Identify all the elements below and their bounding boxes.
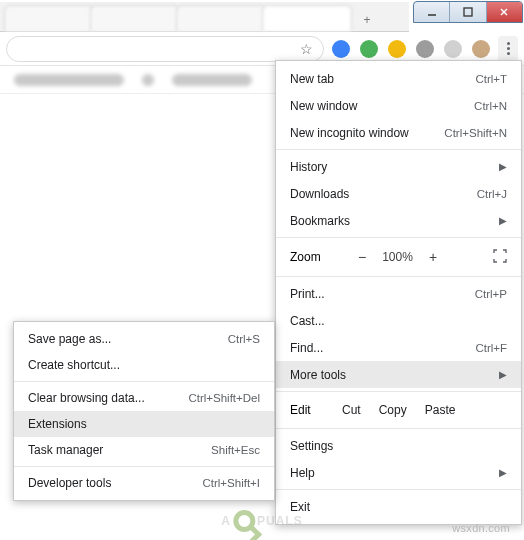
menu-more-tools[interactable]: More tools▶ (276, 361, 521, 388)
shortcut-text: Ctrl+N (474, 100, 507, 112)
tab-strip: + (0, 2, 409, 32)
menu-settings[interactable]: Settings (276, 432, 521, 459)
menu-label: New incognito window (290, 126, 444, 140)
appuals-logo: A PUALS (221, 510, 302, 532)
menu-separator (276, 428, 521, 429)
fullscreen-icon[interactable] (493, 249, 507, 266)
submenu-developer-tools[interactable]: Developer toolsCtrl+Shift+I (14, 470, 274, 496)
submenu-arrow-icon: ▶ (499, 467, 507, 478)
watermark-text: wsxdn.com (452, 522, 510, 534)
menu-new-tab[interactable]: New tabCtrl+T (276, 65, 521, 92)
menu-downloads[interactable]: DownloadsCtrl+J (276, 180, 521, 207)
chrome-menu-button[interactable] (498, 36, 518, 62)
bookmark-star-icon[interactable]: ☆ (300, 41, 313, 57)
menu-separator (276, 489, 521, 490)
menu-print[interactable]: Print...Ctrl+P (276, 280, 521, 307)
shortcut-text: Ctrl+Shift+N (444, 127, 507, 139)
menu-bookmarks[interactable]: Bookmarks▶ (276, 207, 521, 234)
extension-icons (332, 40, 490, 58)
menu-new-window[interactable]: New windowCtrl+N (276, 92, 521, 119)
edit-copy[interactable]: Copy (379, 403, 407, 417)
submenu-task-manager[interactable]: Task managerShift+Esc (14, 437, 274, 463)
shortcut-text: Ctrl+S (228, 333, 260, 345)
chrome-menu: New tabCtrl+T New windowCtrl+N New incog… (275, 60, 522, 525)
logo-mark-icon (233, 510, 255, 532)
menu-separator (276, 276, 521, 277)
edit-cut[interactable]: Cut (342, 403, 361, 417)
profile-avatar[interactable] (472, 40, 490, 58)
shortcut-text: Ctrl+F (475, 342, 507, 354)
menu-label: Exit (290, 500, 507, 514)
submenu-clear-data[interactable]: Clear browsing data...Ctrl+Shift+Del (14, 385, 274, 411)
menu-separator (276, 237, 521, 238)
menu-label: Task manager (28, 443, 211, 457)
menu-label: Bookmarks (290, 214, 493, 228)
edit-paste[interactable]: Paste (425, 403, 456, 417)
menu-zoom: Zoom − 100% + (276, 241, 521, 273)
menu-exit[interactable]: Exit (276, 493, 521, 520)
extension-icon[interactable] (360, 40, 378, 58)
menu-label: Find... (290, 341, 475, 355)
minimize-button[interactable] (414, 2, 449, 22)
menu-incognito[interactable]: New incognito windowCtrl+Shift+N (276, 119, 521, 146)
menu-label: Downloads (290, 187, 477, 201)
menu-label: Cast... (290, 314, 507, 328)
submenu-arrow-icon: ▶ (499, 215, 507, 226)
svg-rect-1 (464, 8, 472, 16)
extension-icon[interactable] (416, 40, 434, 58)
submenu-arrow-icon: ▶ (499, 369, 507, 380)
menu-help[interactable]: Help▶ (276, 459, 521, 486)
menu-label: New window (290, 99, 474, 113)
menu-separator (14, 381, 274, 382)
browser-tab[interactable] (4, 5, 94, 31)
menu-label: Developer tools (28, 476, 202, 490)
submenu-save-page[interactable]: Save page as...Ctrl+S (14, 326, 274, 352)
close-button[interactable] (486, 2, 522, 22)
menu-edit-row: Edit Cut Copy Paste (276, 395, 521, 425)
menu-label: Help (290, 466, 493, 480)
bookmark-item[interactable] (142, 74, 154, 86)
zoom-value: 100% (382, 250, 413, 264)
menu-history[interactable]: History▶ (276, 153, 521, 180)
menu-separator (276, 391, 521, 392)
menu-label: Create shortcut... (28, 358, 260, 372)
shortcut-text: Ctrl+T (475, 73, 507, 85)
submenu-arrow-icon: ▶ (499, 161, 507, 172)
menu-label: New tab (290, 72, 475, 86)
logo-text: A (221, 514, 231, 528)
menu-label: History (290, 160, 493, 174)
extension-icon[interactable] (388, 40, 406, 58)
submenu-create-shortcut[interactable]: Create shortcut... (14, 352, 274, 378)
submenu-extensions[interactable]: Extensions (14, 411, 274, 437)
browser-tab[interactable] (176, 5, 266, 31)
menu-label: Print... (290, 287, 475, 301)
shortcut-text: Ctrl+Shift+I (202, 477, 260, 489)
browser-tab[interactable] (90, 5, 180, 31)
shortcut-text: Ctrl+J (477, 188, 507, 200)
address-bar[interactable]: ☆ (6, 36, 324, 62)
menu-label: Save page as... (28, 332, 228, 346)
menu-separator (14, 466, 274, 467)
menu-separator (276, 149, 521, 150)
menu-label: Settings (290, 439, 507, 453)
extension-icon[interactable] (444, 40, 462, 58)
edit-label: Edit (290, 403, 324, 417)
menu-label: More tools (290, 368, 493, 382)
zoom-out-button[interactable]: − (358, 249, 366, 265)
browser-tab[interactable] (262, 5, 352, 31)
extension-icon[interactable] (332, 40, 350, 58)
shortcut-text: Shift+Esc (211, 444, 260, 456)
menu-label: Extensions (28, 417, 260, 431)
maximize-button[interactable] (449, 2, 485, 22)
bookmark-item[interactable] (14, 74, 124, 86)
window-controls (413, 1, 523, 23)
shortcut-text: Ctrl+P (475, 288, 507, 300)
menu-label: Clear browsing data... (28, 391, 188, 405)
zoom-in-button[interactable]: + (429, 249, 437, 265)
menu-cast[interactable]: Cast... (276, 307, 521, 334)
menu-find[interactable]: Find...Ctrl+F (276, 334, 521, 361)
bookmark-item[interactable] (172, 74, 252, 86)
logo-text: PUALS (257, 514, 303, 528)
shortcut-text: Ctrl+Shift+Del (188, 392, 260, 404)
new-tab-button[interactable]: + (354, 9, 380, 31)
